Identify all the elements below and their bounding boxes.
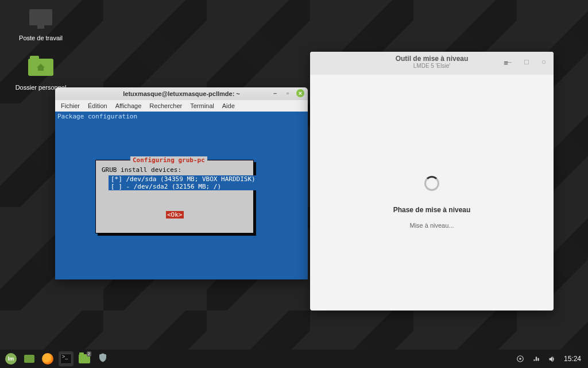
desktop-icon-home[interactable]: Dossier personnel: [15, 55, 67, 91]
terminal-body[interactable]: Package configuration Configuring grub-p…: [55, 112, 308, 279]
package-config-header: Package configuration: [57, 113, 137, 120]
volume-icon[interactable]: [548, 354, 557, 363]
grub-prompt: GRUB install devices:: [102, 166, 181, 174]
upgrade-body: Phase de mise à niveau Mise à niveau...: [310, 75, 554, 229]
close-button[interactable]: ○: [539, 56, 549, 67]
upgrade-phase-title: Phase de mise à niveau: [310, 206, 554, 214]
monitor-icon: [29, 9, 52, 25]
show-desktop-button[interactable]: [22, 351, 37, 366]
upgrade-window[interactable]: Outil de mise à niveau LMDE 5 'Elsie' ≡ …: [310, 52, 554, 310]
removable-media-icon[interactable]: [516, 354, 525, 363]
spinner-icon: [424, 176, 439, 191]
menu-terminal[interactable]: Terminal: [190, 102, 214, 109]
shield-icon: [98, 352, 108, 365]
taskbar-clock[interactable]: 15:24: [564, 355, 581, 363]
menu-file[interactable]: Fichier: [61, 102, 80, 109]
minimize-button[interactable]: –: [504, 56, 514, 67]
menu-view[interactable]: Affichage: [115, 102, 142, 109]
grub-dialog-title: Configuring grub-pc: [130, 156, 207, 164]
grub-option[interactable]: [ ] - /dev/sda2 (32156 MB; /): [109, 183, 258, 190]
maximize-button[interactable]: ▫: [284, 89, 292, 97]
menu-edit[interactable]: Édition: [88, 102, 107, 109]
firefox-icon: [42, 353, 53, 365]
taskbar: 2 15:24: [0, 350, 588, 368]
grub-option[interactable]: [*] /dev/sda (34359 MB; VBOX HARDDISK): [109, 175, 258, 183]
show-desktop-icon: [24, 355, 34, 363]
terminal-titlebar[interactable]: letuxmasque@letuxmasque-pcllmde: ~ – ▫ ×: [55, 87, 308, 100]
menu-help[interactable]: Aide: [222, 102, 235, 109]
grub-ok-button[interactable]: <Ok>: [166, 211, 184, 218]
desktop-icon-label: Poste de travail: [15, 34, 67, 41]
minimize-button[interactable]: –: [271, 89, 279, 97]
workspace-badge: 2: [87, 351, 91, 356]
taskbar-terminal[interactable]: [59, 351, 74, 366]
taskbar-files[interactable]: 2: [77, 351, 92, 366]
network-icon[interactable]: [532, 354, 541, 363]
terminal-title-text: letuxmasque@letuxmasque-pcllmde: ~: [123, 90, 240, 97]
system-tray: 15:24: [516, 354, 585, 363]
start-menu-button[interactable]: [3, 351, 18, 366]
mint-logo-icon: [5, 353, 17, 365]
upgrade-header[interactable]: Outil de mise à niveau LMDE 5 'Elsie' ≡ …: [310, 52, 554, 75]
grub-options-list: [*] /dev/sda (34359 MB; VBOX HARDDISK) […: [109, 175, 258, 190]
folder-icon: [28, 59, 53, 76]
grub-dialog[interactable]: Configuring grub-pc GRUB install devices…: [95, 160, 254, 233]
terminal-menubar: Fichier Édition Affichage Rechercher Ter…: [55, 100, 308, 112]
taskbar-update-manager[interactable]: [95, 351, 110, 366]
desktop-icon-computer[interactable]: Poste de travail: [15, 9, 67, 41]
upgrade-phase-status: Mise à niveau...: [310, 222, 554, 229]
taskbar-firefox[interactable]: [40, 351, 55, 366]
menu-search[interactable]: Rechercher: [149, 102, 182, 109]
close-button[interactable]: ×: [296, 89, 304, 97]
terminal-icon: [60, 354, 72, 364]
svg-point-1: [519, 358, 521, 360]
maximize-button[interactable]: □: [521, 56, 532, 67]
terminal-window[interactable]: letuxmasque@letuxmasque-pcllmde: ~ – ▫ ×…: [55, 87, 308, 279]
